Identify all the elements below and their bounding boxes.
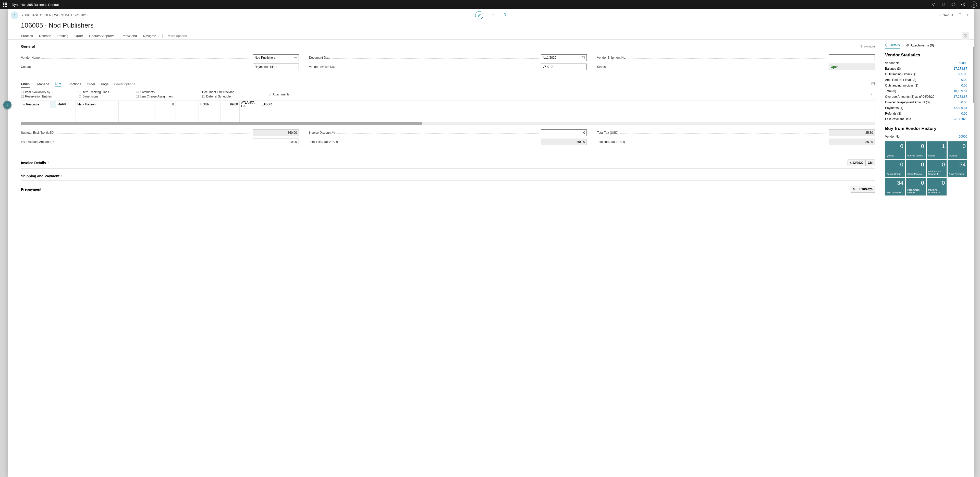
svg-point-2: [953, 4, 954, 5]
help-icon[interactable]: [961, 3, 965, 6]
bell-icon[interactable]: [942, 3, 946, 6]
app-launcher-icon[interactable]: [3, 3, 7, 6]
gear-icon[interactable]: [951, 3, 956, 6]
app-title: Dynamics 365 Business Central: [12, 3, 932, 6]
search-icon[interactable]: [932, 3, 936, 6]
user-avatar[interactable]: IK: [971, 2, 977, 8]
svg-line-1: [935, 5, 935, 6]
svg-point-0: [932, 3, 935, 5]
